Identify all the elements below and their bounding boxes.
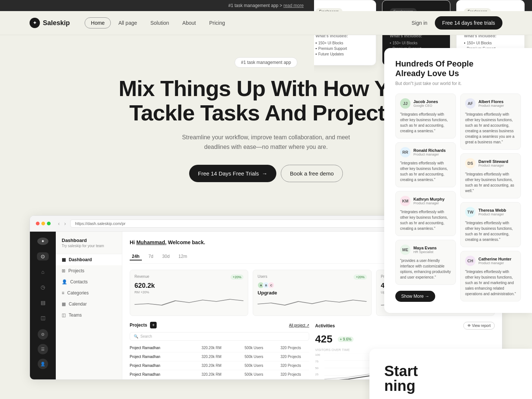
search-placeholder: Search (140, 334, 152, 338)
nav-panel: Dashboard Try saleskip for your team ▦ D… (56, 232, 122, 379)
metric-label-users: Users +20% (258, 274, 366, 280)
search-icon: 🔍 (134, 334, 138, 338)
export-icon: ⬇ (447, 240, 450, 245)
project-revenue-1: 320.20k RM (201, 355, 245, 359)
share-icon[interactable]: ⤴ (486, 221, 489, 226)
browser-dots (36, 222, 51, 225)
revenue-sub: RM +20% (134, 290, 243, 294)
search-box: 🔍 Search (130, 332, 309, 341)
hero-title-line2: Tackle Tasks And Projects. (129, 100, 403, 125)
users-badge: +20% (354, 274, 366, 280)
announcement-link[interactable]: read more (283, 3, 304, 8)
nav-item-teams-label: Teams (69, 313, 82, 318)
projects-panel-title: Projects (130, 323, 147, 328)
hero-section: #1 task management app Mix Things Up Wit… (0, 35, 532, 215)
metrics-row: Revenue +20% 620.2k RM +20% Users +20% (130, 270, 495, 316)
forward-button[interactable]: › (63, 220, 68, 227)
sidebar-overview-icon[interactable]: ⊙ (37, 252, 49, 260)
activities-panel-title: Activities (315, 323, 335, 328)
back-button[interactable]: ‹ (57, 220, 61, 227)
project-users-0: 500k Users (245, 346, 280, 350)
nav-cta-button[interactable]: Free 14 days free trials (435, 16, 502, 30)
dashboard-mockup: ‹ › https://dash.saleskip.com/pr ⟳ ⤴ ⊕ ✦… (30, 215, 502, 380)
free-trial-button[interactable]: Free 14 Days Free Trials → (189, 165, 276, 182)
nav-item-categories-label: Categories (67, 290, 89, 296)
table-row: Project Ramadhan 320.20k RM 500k Users 3… (130, 352, 309, 361)
nav-link-about[interactable]: About (177, 18, 202, 28)
time-tab-24h[interactable]: 24h (130, 253, 142, 260)
sign-in-button[interactable]: Sign in (412, 20, 427, 26)
refresh-icon[interactable]: ⟳ (479, 221, 483, 226)
nav-right: Sign in Free 14 days free trials (412, 16, 502, 30)
sidebar-folder-icon[interactable]: ◫ (37, 314, 49, 322)
sidebar-avatar[interactable]: 👤 (38, 359, 48, 369)
main-actions: ⬇ Export Insights (443, 238, 495, 247)
upgrade-text[interactable]: Upgrade (258, 290, 366, 296)
sidebar-docs-icon[interactable]: ☰ (38, 344, 48, 354)
activities-count: 425 (315, 333, 332, 345)
sidebar-clock-icon[interactable]: ◷ (37, 283, 49, 291)
add-project-button[interactable]: + (150, 322, 157, 328)
project-projects-1: 320 Projects (280, 355, 309, 359)
hero-buttons: Free 14 Days Free Trials → Book a free d… (74, 165, 458, 182)
demo-button[interactable]: Book a free demo (281, 165, 343, 182)
metric-label-revenue: Revenue +20% (134, 274, 243, 280)
url-bar[interactable]: https://dash.saleskip.com/pr (70, 219, 473, 228)
nav-link-solution[interactable]: Solution (144, 18, 175, 28)
nav-links: Home All page Solution About Pricing (85, 17, 412, 28)
nav-item-contacts[interactable]: 👤 Contacts (56, 276, 122, 287)
insights-button[interactable]: Insights (471, 238, 495, 247)
sidebar-logo-icon: ✦ (37, 238, 48, 245)
export-label: Export (452, 240, 464, 245)
hero-subtitle: Streamline your workflow, improve team c… (74, 133, 458, 151)
nav-item-calendar-label: Calendar (69, 301, 87, 307)
users-chart (258, 299, 366, 311)
all-project-link[interactable]: All project ↗ (289, 323, 309, 327)
sidebar-settings-icon[interactable]: ⚙ (38, 329, 48, 340)
export-button[interactable]: ⬇ Export (443, 238, 468, 247)
hero-title-line1: Mix Things Up With How You (119, 76, 413, 101)
dot-red[interactable] (36, 222, 40, 225)
nav-item-calendar[interactable]: ▦ Calendar (56, 299, 122, 310)
nav-item-dashboard[interactable]: ▦ Dashboard (56, 254, 122, 265)
table-row: Project Ramadhan 320.20k RM 500k Users 3… (130, 344, 309, 352)
table-row: Project Ramadhan 320.20k RM 500k Users 3… (130, 370, 309, 379)
main-greeting: Hi Muhammad, Welcome back. (130, 239, 205, 245)
time-tab-30d[interactable]: 30d (160, 253, 172, 260)
nav-item-projects[interactable]: ⊞ Projects (56, 265, 122, 276)
sidebar-chart-icon[interactable]: ▤ (37, 299, 49, 307)
project-revenue-0: 320.20k RM (201, 346, 245, 350)
announcement-text: #1 task management app > (228, 3, 282, 8)
sidebar-home-icon[interactable]: ⌂ (37, 268, 49, 276)
url-text: https://dash.saleskip.com/pr (75, 221, 125, 226)
view-report-button[interactable]: 👁 View report (463, 322, 495, 330)
project-revenue-2: 320.20k RM (201, 364, 245, 368)
main-content: Hi Muhammad, Welcome back. ⬇ Export Insi… (122, 232, 502, 379)
dot-green[interactable] (47, 222, 51, 225)
nav-link-allpage[interactable]: All page (112, 18, 143, 28)
nav-panel-header: Dashboard Try saleskip for your team (56, 238, 122, 254)
project-projects-2: 320 Projects (280, 364, 309, 368)
bookmark-icon[interactable]: ⊕ (492, 221, 496, 226)
hero-badge: #1 task management app (235, 57, 297, 68)
nav-link-home[interactable]: Home (85, 17, 111, 28)
users-label: Users (258, 274, 267, 280)
projects-badge: +20% (477, 274, 490, 280)
projects-panel-header: Projects + All project ↗ (130, 322, 309, 328)
nav-link-pricing[interactable]: Pricing (203, 18, 231, 28)
project-users-3: 500k Users (245, 372, 280, 376)
navbar: Saleskip Home All page Solution About Pr… (0, 11, 532, 35)
chart-y-axis: 100 75 50 25 0 (315, 353, 321, 379)
dot-yellow[interactable] (41, 222, 45, 225)
logo-text: Saleskip (43, 19, 70, 27)
time-tab-7d[interactable]: 7d (146, 253, 156, 260)
time-tab-12m[interactable]: 12m (176, 253, 189, 260)
browser-nav: ‹ › (57, 220, 67, 227)
activities-panel-header: Activities 👁 View report (315, 322, 495, 330)
nav-item-teams[interactable]: ◫ Teams (56, 310, 122, 321)
activities-chart: VISITORS OVER TIME 100 75 50 25 0 (315, 348, 495, 379)
nav-item-categories[interactable]: ≡ Categories (56, 287, 122, 299)
categories-icon: ≡ (62, 290, 64, 296)
teams-icon: ◫ (62, 313, 66, 318)
project-projects-3: 320 Projects (280, 372, 309, 376)
